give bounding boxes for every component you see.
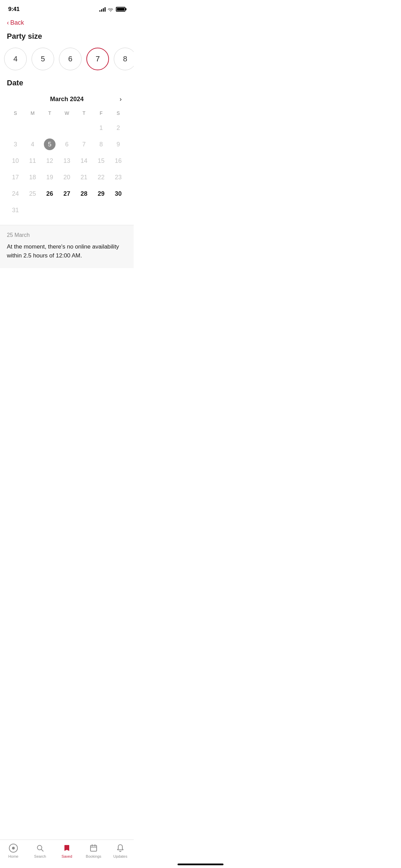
calendar-day[interactable]: 13 (58, 153, 75, 169)
calendar-day (58, 120, 75, 136)
availability-section: 25 March At the moment, there's no onlin… (0, 225, 134, 268)
weekday-label: S (7, 108, 24, 118)
calendar-day[interactable]: 29 (93, 186, 110, 202)
party-size-selector: 45678910 (0, 46, 134, 77)
calendar-day (41, 120, 58, 136)
party-size-option-4[interactable]: 4 (4, 48, 27, 70)
availability-date: 25 March (7, 232, 127, 238)
calendar-day[interactable]: 16 (110, 153, 127, 169)
calendar-day[interactable]: 9 (110, 136, 127, 152)
calendar-day[interactable]: 21 (75, 169, 93, 185)
calendar-day[interactable]: 14 (75, 153, 93, 169)
status-icons (99, 7, 125, 12)
calendar-month: March 2024 (50, 96, 84, 103)
wifi-icon (108, 7, 114, 12)
calendar-day[interactable]: 12 (41, 153, 58, 169)
calendar-day[interactable]: 15 (93, 153, 110, 169)
status-bar: 9:41 (0, 0, 134, 16)
calendar-day[interactable]: 26 (41, 186, 58, 202)
party-size-option-7[interactable]: 7 (86, 48, 109, 70)
calendar-weekdays: SMTWTFS (7, 108, 127, 118)
calendar: March 2024 › SMTWTFS 1234567891011121314… (7, 92, 127, 218)
weekday-label: T (75, 108, 93, 118)
calendar-day[interactable]: 20 (58, 169, 75, 185)
calendar-day[interactable]: 25 (24, 186, 41, 202)
party-size-option-6[interactable]: 6 (59, 48, 82, 70)
calendar-day[interactable]: 1 (93, 120, 110, 136)
calendar-days: 1234567891011121314151617181920212223242… (7, 120, 127, 218)
weekday-label: S (110, 108, 127, 118)
availability-message: At the moment, there's no online availab… (7, 242, 127, 260)
calendar-day[interactable]: 3 (7, 136, 24, 152)
party-size-option-5[interactable]: 5 (32, 48, 54, 70)
signal-icon (99, 7, 106, 12)
calendar-day[interactable]: 11 (24, 153, 41, 169)
calendar-day[interactable]: 10 (7, 153, 24, 169)
calendar-day[interactable]: 23 (110, 169, 127, 185)
calendar-day[interactable]: 6 (58, 136, 75, 152)
calendar-day[interactable]: 19 (41, 169, 58, 185)
calendar-day[interactable]: 7 (75, 136, 93, 152)
calendar-day[interactable]: 18 (24, 169, 41, 185)
calendar-day[interactable]: 2 (110, 120, 127, 136)
calendar-day[interactable]: 4 (24, 136, 41, 152)
date-section: Date March 2024 › SMTWTFS 12345678910111… (0, 77, 134, 218)
party-size-title: Party size (0, 31, 134, 46)
date-title: Date (7, 77, 127, 87)
calendar-day[interactable]: 5 (41, 136, 58, 152)
calendar-day[interactable]: 31 (7, 202, 24, 218)
calendar-day[interactable]: 30 (110, 186, 127, 202)
calendar-day[interactable]: 8 (93, 136, 110, 152)
back-chevron-icon: ‹ (7, 19, 9, 26)
calendar-day[interactable]: 22 (93, 169, 110, 185)
weekday-label: M (24, 108, 41, 118)
calendar-next-button[interactable]: › (114, 93, 127, 106)
calendar-header: March 2024 › (7, 92, 127, 108)
calendar-day (24, 120, 41, 136)
weekday-label: T (41, 108, 58, 118)
calendar-day (75, 120, 93, 136)
calendar-day[interactable]: 27 (58, 186, 75, 202)
weekday-label: W (58, 108, 75, 118)
calendar-day[interactable]: 17 (7, 169, 24, 185)
calendar-day[interactable]: 24 (7, 186, 24, 202)
weekday-label: F (93, 108, 110, 118)
status-time: 9:41 (8, 6, 20, 13)
back-label: Back (10, 19, 24, 26)
calendar-day (7, 120, 24, 136)
party-size-option-8[interactable]: 8 (114, 48, 134, 70)
back-button[interactable]: ‹ Back (0, 16, 134, 31)
calendar-day[interactable]: 28 (75, 186, 93, 202)
calendar-grid: SMTWTFS 12345678910111213141516171819202… (7, 108, 127, 218)
battery-icon (116, 7, 125, 12)
